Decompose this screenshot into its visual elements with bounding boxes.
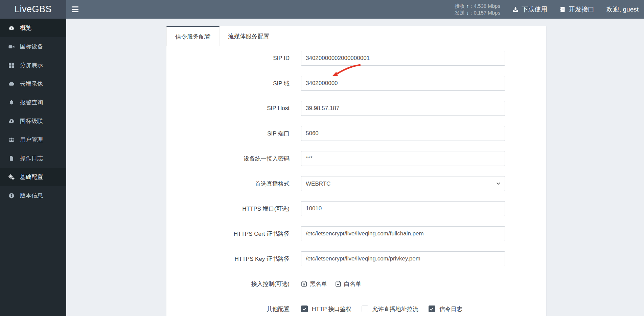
sidebar-item-label: 报警查询 bbox=[20, 99, 43, 106]
rx-value: 4.538 Mbps bbox=[474, 3, 500, 9]
download-label: 下载使用 bbox=[522, 5, 547, 14]
dashboard-icon bbox=[8, 25, 16, 31]
grid-icon bbox=[8, 62, 16, 68]
field-label: HTTPS Cert 证书路径 bbox=[166, 230, 290, 238]
calendar-check-icon bbox=[335, 281, 341, 287]
sidebar-item-label: 版本信息 bbox=[20, 192, 43, 199]
sidebar-item-split-screen[interactable]: 分屏展示 bbox=[0, 56, 66, 75]
form-row-live-format: 首选直播格式 WEBRTC bbox=[166, 176, 546, 191]
sidebar-item-label: 操作日志 bbox=[20, 154, 43, 162]
field-label: SIP 端口 bbox=[166, 130, 290, 138]
cloud-upload-icon bbox=[8, 118, 16, 124]
cloud-icon bbox=[8, 81, 16, 87]
sidebar-item-label: 用户管理 bbox=[20, 136, 43, 144]
download-icon bbox=[512, 6, 519, 13]
dev-api-link[interactable]: 开发接口 bbox=[559, 5, 594, 14]
form-row-https-key: HTTPS Key 证书路径 bbox=[166, 251, 546, 266]
calendar-x-icon bbox=[301, 281, 307, 287]
device-password-input[interactable] bbox=[301, 151, 505, 166]
form-row-other-config: 其他配置 HTTP 接口鉴权 允许直播地址拉流 bbox=[166, 301, 546, 316]
blacklist-link[interactable]: 黑名单 bbox=[301, 280, 327, 288]
allow-pull-checkbox[interactable] bbox=[362, 306, 368, 312]
tx-value: 0.157 Mbps bbox=[474, 10, 500, 16]
config-card: 信令服务配置 流媒体服务配置 SIP ID SIP 域 SIP Host SIP… bbox=[166, 26, 546, 316]
tx-label: 发送 bbox=[455, 10, 465, 16]
sidebar-item-version-info[interactable]: 版本信息 bbox=[0, 186, 66, 205]
tab-bar: 信令服务配置 流媒体服务配置 bbox=[166, 26, 546, 46]
app-logo: LiveGBS bbox=[0, 0, 66, 19]
bell-icon bbox=[8, 100, 16, 106]
live-format-select[interactable]: WEBRTC bbox=[301, 176, 505, 191]
field-label: SIP Host bbox=[166, 105, 290, 112]
tab-media-config[interactable]: 流媒体服务配置 bbox=[220, 26, 278, 46]
http-auth-checkbox[interactable] bbox=[301, 306, 308, 312]
network-stats: 接收 : 4.538 Mbps 发送 : 0.157 Mbps bbox=[455, 3, 500, 16]
http-auth-label: HTTP 接口鉴权 bbox=[312, 305, 351, 313]
sidebar-item-label: 国标级联 bbox=[20, 117, 43, 125]
rx-label: 接收 bbox=[455, 3, 465, 9]
sidebar: 概览 国标设备 分屏展示 云端录像 报 bbox=[0, 19, 66, 316]
form-row-access-control: 接入控制(可选) 黑名单 bbox=[166, 276, 546, 291]
signal-log-option: 信令日志 bbox=[429, 305, 462, 313]
sip-host-input[interactable] bbox=[301, 101, 505, 116]
download-link[interactable]: 下载使用 bbox=[512, 5, 547, 14]
sidebar-item-overview[interactable]: 概览 bbox=[0, 19, 66, 37]
blacklist-label: 黑名单 bbox=[310, 280, 327, 288]
up-arrow-icon bbox=[466, 3, 469, 9]
users-icon bbox=[8, 137, 16, 143]
field-label: 其他配置 bbox=[166, 305, 290, 313]
sidebar-toggle-button[interactable] bbox=[66, 0, 84, 19]
signal-log-label: 信令日志 bbox=[439, 305, 462, 313]
main-content: 信令服务配置 流媒体服务配置 SIP ID SIP 域 SIP Host SIP… bbox=[66, 19, 644, 316]
tab-signaling-config[interactable]: 信令服务配置 bbox=[166, 26, 220, 46]
sidebar-item-label: 国标设备 bbox=[20, 43, 43, 50]
sidebar-item-operation-log[interactable]: 操作日志 bbox=[0, 149, 66, 168]
sidebar-item-gb-devices[interactable]: 国标设备 bbox=[0, 37, 66, 56]
https-key-input[interactable] bbox=[301, 251, 505, 266]
field-label: HTTPS Key 证书路径 bbox=[166, 255, 290, 263]
check-icon bbox=[430, 307, 434, 311]
sidebar-item-gb-cascade[interactable]: 国标级联 bbox=[0, 112, 66, 130]
info-icon bbox=[8, 193, 16, 199]
gears-icon bbox=[8, 174, 16, 180]
sidebar-item-user-management[interactable]: 用户管理 bbox=[0, 130, 66, 149]
signal-log-checkbox[interactable] bbox=[429, 306, 435, 312]
field-label: SIP 域 bbox=[166, 80, 290, 87]
http-auth-option: HTTP 接口鉴权 bbox=[301, 305, 351, 313]
form-row-device-password: 设备统一接入密码 bbox=[166, 151, 546, 166]
header-right: 接收 : 4.538 Mbps 发送 : 0.157 Mbps 下载使用 bbox=[455, 0, 644, 19]
form-row-sip-host: SIP Host bbox=[166, 101, 546, 116]
tx-stat: 发送 : 0.157 Mbps bbox=[455, 10, 500, 16]
sidebar-item-label: 基础配置 bbox=[20, 173, 43, 181]
form-row-sip-port: SIP 端口 bbox=[166, 126, 546, 141]
top-navbar: LiveGBS 接收 : 4.538 Mbps 发送 : 0.157 Mbps bbox=[0, 0, 644, 19]
field-label: HTTPS 端口(可选) bbox=[166, 205, 290, 213]
dev-api-label: 开发接口 bbox=[569, 5, 594, 14]
camera-icon bbox=[8, 44, 16, 50]
form-row-sip-domain: SIP 域 bbox=[166, 76, 546, 91]
field-label: 首选直播格式 bbox=[166, 180, 290, 188]
sip-port-input[interactable] bbox=[301, 126, 505, 141]
down-arrow-icon bbox=[466, 10, 469, 16]
sidebar-item-alarm-query[interactable]: 报警查询 bbox=[0, 93, 66, 112]
sidebar-item-basic-config[interactable]: 基础配置 bbox=[0, 168, 66, 186]
form-row-sip-id: SIP ID bbox=[166, 51, 546, 66]
sidebar-item-cloud-recording[interactable]: 云端录像 bbox=[0, 75, 66, 93]
sidebar-item-label: 分屏展示 bbox=[20, 61, 43, 69]
form-row-https-port: HTTPS 端口(可选) bbox=[166, 201, 546, 216]
sidebar-item-label: 概览 bbox=[20, 24, 31, 32]
tx-separator: : bbox=[470, 10, 472, 16]
book-icon bbox=[559, 6, 566, 13]
field-label: 设备统一接入密码 bbox=[166, 155, 290, 163]
sip-id-input[interactable] bbox=[301, 51, 505, 66]
sip-domain-input[interactable] bbox=[301, 76, 505, 91]
allow-pull-option: 允许直播地址拉流 bbox=[362, 305, 418, 313]
file-icon bbox=[8, 155, 16, 161]
hamburger-icon bbox=[72, 6, 78, 12]
https-port-input[interactable] bbox=[301, 201, 505, 216]
welcome-user[interactable]: 欢迎, guest bbox=[606, 5, 639, 14]
whitelist-link[interactable]: 白名单 bbox=[335, 280, 361, 288]
allow-pull-label: 允许直播地址拉流 bbox=[372, 305, 418, 313]
https-cert-input[interactable] bbox=[301, 226, 505, 241]
rx-stat: 接收 : 4.538 Mbps bbox=[455, 3, 500, 9]
